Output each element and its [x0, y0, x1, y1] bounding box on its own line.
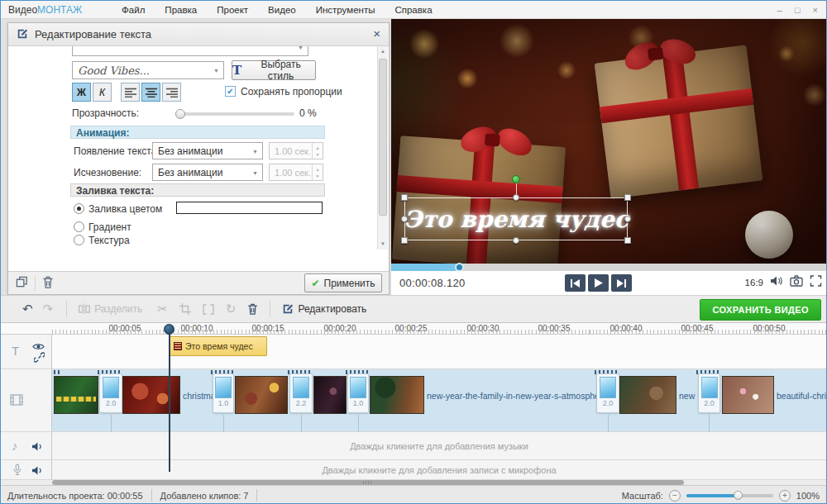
redo-button[interactable]: ↷	[43, 303, 54, 316]
opacity-slider-handle[interactable]	[175, 109, 185, 119]
disappear-duration-spinner[interactable]: 1.00 сек. ▲▼	[269, 164, 323, 181]
menu-project[interactable]: Проект	[217, 5, 248, 15]
align-right-button[interactable]	[162, 83, 181, 102]
play-button[interactable]	[588, 274, 609, 292]
appear-combo[interactable]: Без анимации ▼	[152, 142, 263, 159]
video-clip-thumbnail-1[interactable]	[54, 376, 98, 414]
align-left-button[interactable]	[121, 83, 140, 102]
zoom-slider-handle[interactable]	[734, 491, 743, 500]
text-overlay-selection[interactable]: Это время чудес	[404, 197, 628, 240]
menu-video[interactable]: Видео	[268, 5, 296, 15]
save-video-button[interactable]: СОХРАНИТЬ ВИДЕО	[700, 299, 821, 321]
resize-handle-top[interactable]	[513, 194, 519, 201]
overlay-text[interactable]: Это время чудес	[405, 198, 627, 240]
undo-button[interactable]: ↶	[22, 303, 33, 316]
text-content-combo[interactable]: ▼	[72, 46, 308, 56]
scroll-down-icon[interactable]: ▼	[378, 239, 388, 250]
crop-button[interactable]	[179, 303, 191, 315]
video-clip-thumbnail-7[interactable]	[722, 376, 774, 414]
resize-handle-right[interactable]	[624, 216, 631, 222]
video-clip-thumbnail-3[interactable]	[235, 376, 288, 414]
panel-scrollbar-thumb[interactable]	[379, 59, 387, 216]
menu-tools[interactable]: Инструменты	[316, 5, 375, 15]
fill-color-radio[interactable]	[74, 203, 84, 214]
split-button[interactable]: Разделить	[79, 303, 142, 315]
resize-handle-tl[interactable]	[401, 194, 408, 201]
crop-icon	[179, 303, 191, 315]
video-clip-thumbnail-6[interactable]	[619, 376, 676, 414]
text-clip[interactable]: Это время чудес	[170, 336, 267, 356]
resize-handle-bl[interactable]	[401, 237, 408, 244]
fullscreen-icon[interactable]	[810, 275, 822, 290]
transition-4[interactable]: 1.0	[347, 373, 369, 413]
video-clip-thumbnail-5[interactable]	[370, 376, 424, 414]
disappear-combo-value: Без анимации	[158, 167, 222, 178]
transition-2[interactable]: 1.0	[213, 373, 234, 413]
minimize-icon[interactable]: –	[777, 5, 782, 15]
delete-clip-button[interactable]	[247, 303, 258, 315]
next-icon	[617, 279, 626, 288]
previous-frame-button[interactable]	[565, 274, 586, 292]
rotate-button[interactable]: ↻	[226, 303, 237, 316]
playhead-handle[interactable]	[164, 324, 174, 335]
timeline-ruler[interactable]: 00:00:05 00:00:10 00:00:15 00:00:20 00:0…	[1, 323, 826, 335]
speaker-icon[interactable]	[31, 440, 44, 455]
seek-bar[interactable]	[391, 264, 827, 271]
video-clip-thumbnail-2[interactable]	[122, 376, 180, 414]
speaker-icon[interactable]	[31, 464, 44, 479]
menu-help[interactable]: Справка	[394, 5, 432, 15]
font-combo[interactable]: Good Vibes... ▼	[72, 61, 224, 79]
frame-button[interactable]	[203, 304, 214, 315]
resize-handle-tr[interactable]	[624, 194, 631, 201]
bold-button[interactable]: Ж	[72, 83, 91, 102]
app-title-primary: Видео	[8, 4, 37, 16]
resize-handle-left[interactable]	[401, 216, 408, 222]
project-duration-label: Длительность проекта:	[7, 491, 105, 501]
zoom-out-button[interactable]: −	[669, 490, 681, 502]
appear-duration-spinner[interactable]: 1.00 сек. ▲▼	[269, 142, 323, 159]
snapshot-camera-icon[interactable]	[790, 275, 803, 290]
align-center-button[interactable]	[141, 83, 160, 102]
transition-5[interactable]: 2.0	[596, 373, 619, 413]
resize-handle-bottom[interactable]	[513, 237, 519, 244]
video-clip-thumbnail-4[interactable]	[313, 376, 347, 414]
prev-icon	[571, 279, 580, 288]
fill-texture-radio[interactable]	[74, 235, 84, 245]
chevron-down-icon: ▼	[298, 46, 304, 50]
menu-edit[interactable]: Правка	[165, 5, 197, 15]
edit-button[interactable]: Редактировать	[282, 302, 366, 316]
trash-icon[interactable]	[42, 276, 57, 291]
keep-proportions-checkbox[interactable]: ✔	[225, 86, 236, 97]
clip-name: beautiful-christ	[777, 391, 827, 402]
panel-header: Редактирование текста ×	[8, 23, 389, 46]
zoom-slider-track[interactable]	[686, 494, 773, 497]
window-controls: – □ ×	[777, 1, 818, 19]
italic-button[interactable]: К	[93, 83, 112, 102]
apply-button[interactable]: ✔ Применить	[304, 273, 382, 292]
close-icon[interactable]: ×	[813, 5, 818, 15]
link-icon[interactable]	[34, 351, 45, 366]
cut-button[interactable]: ✂	[157, 303, 168, 316]
duplicate-icon[interactable]	[16, 276, 31, 291]
transition-1[interactable]: 2.0	[99, 373, 122, 413]
opacity-slider-track[interactable]	[179, 112, 294, 116]
disappear-combo[interactable]: Без анимации ▼	[152, 164, 263, 181]
transition-6[interactable]: 2.0	[698, 373, 720, 413]
choose-style-button[interactable]: T Выбрать стиль	[232, 60, 316, 80]
panel-close-icon[interactable]: ×	[373, 26, 380, 40]
fill-color-swatch[interactable]	[176, 202, 323, 214]
rotate-handle[interactable]	[512, 175, 520, 183]
resize-handle-br[interactable]	[624, 237, 631, 244]
transition-3[interactable]: 2.2	[289, 373, 313, 413]
zoom-in-button[interactable]: +	[779, 490, 791, 502]
panel-scrollbar[interactable]: ▲ ▼	[377, 46, 388, 250]
maximize-icon[interactable]: □	[795, 5, 801, 15]
aspect-ratio[interactable]: 16:9	[745, 278, 763, 288]
text-track-icon: T	[12, 344, 19, 358]
fill-gradient-radio[interactable]	[74, 221, 84, 232]
scroll-up-icon[interactable]: ▲	[378, 46, 388, 57]
next-frame-button[interactable]	[611, 274, 632, 292]
menu-file[interactable]: Файл	[122, 5, 145, 15]
speaker-icon[interactable]	[770, 275, 783, 290]
clip-separator	[608, 415, 609, 432]
